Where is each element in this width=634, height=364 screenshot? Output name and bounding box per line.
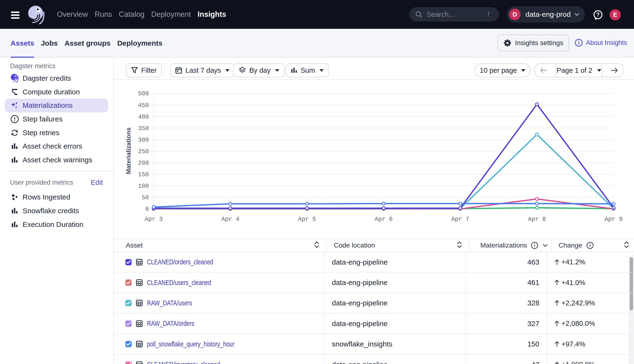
svg-text:Apr 3: Apr 3 (144, 216, 162, 223)
svg-text:250: 250 (138, 148, 149, 155)
svg-text:500: 500 (138, 90, 149, 97)
svg-text:Apr 8: Apr 8 (528, 216, 546, 223)
svg-text:100: 100 (138, 183, 149, 190)
svg-text:Apr 6: Apr 6 (375, 216, 393, 223)
svg-text:0: 0 (145, 206, 149, 213)
svg-text:Apr 4: Apr 4 (222, 216, 240, 223)
svg-text:150: 150 (138, 171, 149, 178)
svg-text:350: 350 (138, 125, 149, 132)
svg-text:300: 300 (138, 136, 149, 144)
svg-text:450: 450 (138, 102, 149, 109)
svg-text:Apr 9: Apr 9 (604, 216, 622, 223)
svg-text:200: 200 (138, 160, 149, 167)
svg-text:Apr 5: Apr 5 (298, 216, 316, 223)
svg-text:Materializations: Materializations (125, 127, 132, 174)
svg-text:?: ? (596, 12, 600, 18)
svg-text:50: 50 (142, 194, 149, 201)
svg-text:Apr 7: Apr 7 (451, 216, 469, 223)
svg-text:400: 400 (138, 114, 149, 120)
